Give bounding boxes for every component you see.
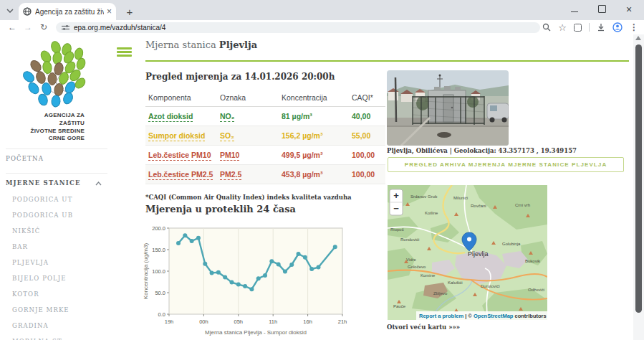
svg-text:Mjerna stanica Pljevlja - Sump: Mjerna stanica Pljevlja - Sumpor dioksid <box>205 329 307 336</box>
svg-text:Golubinja: Golubinja <box>502 242 521 246</box>
open-larger-map-link[interactable]: Otvori veću kartu »»» <box>387 324 460 331</box>
svg-text:Bukovik: Bukovik <box>525 259 541 263</box>
new-tab-button[interactable]: + <box>122 4 138 19</box>
browser-tab[interactable]: Agencija za zaštitu životne sred × <box>19 3 116 20</box>
osm-link[interactable]: OpenStreetMap <box>474 313 514 319</box>
maximize-button[interactable] <box>597 5 607 14</box>
sidebar-item-pljevlja[interactable]: PLJEVLJA <box>0 255 115 270</box>
col-koncentracija: Koncentracija <box>279 90 349 107</box>
site-settings-icon[interactable] <box>62 24 69 31</box>
sidebar-item-mobilna-st[interactable]: MOBILNA ST. <box>0 334 115 340</box>
tab-strip: Agencija za zaštitu životne sred × + × <box>0 0 644 20</box>
toolbar-divider <box>589 23 590 32</box>
toolbar-actions: ☆ ⋮ <box>542 20 638 34</box>
sidebar-item-gradina[interactable]: GRADINA <box>0 318 115 334</box>
svg-text:0.0: 0.0 <box>158 311 165 318</box>
url-bar[interactable]: epa.org.me/vazduh/stanica/4 <box>56 22 540 33</box>
table-row: Leb.čestice PM2.5 PM2.5 453,8 µg/m³ 100,… <box>145 165 385 184</box>
menu-hamburger-icon[interactable] <box>117 47 132 58</box>
svg-text:16h: 16h <box>303 318 312 325</box>
svg-text:11h: 11h <box>269 318 277 325</box>
tree-logo-icon <box>14 39 100 108</box>
tab-groups-icon[interactable] <box>574 24 582 32</box>
report-problem-link[interactable]: Report a problem <box>419 313 463 319</box>
tab-title: Agencija za zaštitu životne sred <box>35 8 104 16</box>
component-name[interactable]: Azot dioksid <box>148 112 193 122</box>
component-symbol[interactable]: NO₂ <box>220 112 234 122</box>
profile-avatar[interactable] <box>612 22 623 32</box>
svg-text:50.0: 50.0 <box>155 290 165 296</box>
svg-text:Odžovići: Odžovići <box>528 288 544 292</box>
sidebar-item-bijelo-polje[interactable]: BIJELO POLJE <box>0 270 115 286</box>
svg-text:Zbljevo: Zbljevo <box>433 291 448 296</box>
sidebar-item-podgorica-ub[interactable]: PODGORICA UB <box>0 207 115 223</box>
concentration-value: 499,5 µg/m³ <box>279 146 349 165</box>
map-zoom-out-button[interactable]: − <box>393 203 399 214</box>
map-zoom-in-button[interactable]: + <box>393 190 399 201</box>
scrollbar-up-arrow-icon[interactable] <box>635 36 641 40</box>
scrollbar-thumb[interactable] <box>635 44 642 313</box>
page-scrollbar[interactable] <box>633 34 644 340</box>
component-symbol[interactable]: SO₂ <box>220 131 234 141</box>
window-controls: × <box>569 0 640 19</box>
sidebar-item-bar[interactable]: BAR <box>0 239 115 255</box>
svg-text:00h: 00h <box>199 318 208 325</box>
sidebar-item-gornje-mrke[interactable]: GORNJE MRKE <box>0 302 115 318</box>
sidebar-item-niksic[interactable]: NIKŠIĆ <box>0 223 115 239</box>
agency-logo[interactable]: AGENCIJA ZA ZAŠTITU ŽIVOTNE SREDINE CRNE… <box>0 34 115 143</box>
map-city-label: Pljevlja <box>468 250 489 258</box>
svg-text:150.0: 150.0 <box>152 247 165 253</box>
sidebar-item-kotor[interactable]: KOTOR <box>0 286 115 302</box>
col-caqi: CAQI* <box>349 90 385 107</box>
url-text[interactable]: epa.org.me/vazduh/stanica/4 <box>74 24 165 32</box>
minimize-button[interactable] <box>569 5 580 14</box>
sidebar: AGENCIJA ZA ZAŠTITU ŽIVOTNE SREDINE CRNE… <box>0 34 115 340</box>
sidebar-item-pocetna[interactable]: POČETNA <box>0 149 115 167</box>
measurement-table: Komponenta Oznaka Koncentracija CAQI* Az… <box>145 90 385 184</box>
svg-text:Koncentracija (ug/m3): Koncentracija (ug/m3) <box>143 243 149 300</box>
table-row: Leb.čestice PM10 PM10 499,5 µg/m³ 100,00 <box>145 146 385 165</box>
component-symbol[interactable]: PM10 <box>220 151 239 161</box>
svg-text:Vidre: Vidre <box>406 258 417 262</box>
svg-text:Rovčani: Rovčani <box>471 204 486 208</box>
tab-close-icon[interactable]: × <box>107 7 112 16</box>
col-komponenta: Komponenta <box>145 90 217 107</box>
close-window-button[interactable]: × <box>624 4 634 15</box>
tab-list-chevron-icon[interactable] <box>4 5 16 16</box>
concentration-value: 453,8 µg/m³ <box>279 165 349 184</box>
table-row: Azot dioksid NO₂ 81 µg/m³ 40,00 <box>145 107 385 126</box>
svg-text:Durutovići: Durutovići <box>481 284 500 288</box>
svg-text:Goločevo: Goločevo <box>408 265 426 269</box>
table-row: Sumpor dioksid SO₂ 156,2 µg/m³ 55,00 <box>145 126 385 146</box>
globe-favicon-icon <box>23 7 32 16</box>
browser-menu-icon[interactable]: ⋮ <box>630 22 638 32</box>
svg-text:05h: 05h <box>234 318 244 325</box>
page-title: Mjerna stanica Pljevlja <box>145 39 257 50</box>
forward-button[interactable]: → <box>20 22 36 32</box>
zoom-icon[interactable] <box>542 23 551 32</box>
page-content: AGENCIJA ZA ZAŠTITU ŽIVOTNE SREDINE CRNE… <box>0 34 633 340</box>
download-icon[interactable] <box>597 23 605 32</box>
svg-text:200.0: 200.0 <box>152 225 165 232</box>
line-chart: 19h00h05h11h16h21h0.050.0100.0150.0200.0… <box>140 222 355 340</box>
table-header-row: Komponenta Oznaka Koncentracija CAQI* <box>145 90 385 107</box>
photo-caption: Pljevlja, Obilićeva | Geolokacija: 43.35… <box>387 147 577 154</box>
measurement-heading: Pregled mjerenja za 14.01.2026 20:00h <box>145 72 335 82</box>
back-button[interactable]: ← <box>4 22 20 32</box>
sidebar-item-mjerne-stanice[interactable]: MJERNE STANICE <box>0 174 115 192</box>
component-name[interactable]: Leb.čestice PM10 <box>148 151 211 161</box>
component-name[interactable]: Sumpor dioksid <box>148 131 205 141</box>
caqi-value: 100,00 <box>349 146 385 165</box>
sidebar-item-podgorica-ut[interactable]: PODGORICA UT <box>0 192 115 207</box>
svg-text:Komine: Komine <box>420 273 436 278</box>
svg-text:Rondovići: Rondovići <box>400 237 419 242</box>
bookmark-star-icon[interactable]: ☆ <box>558 22 567 33</box>
svg-text:Riopoč: Riopoč <box>390 227 404 232</box>
component-symbol[interactable]: PM2.5 <box>220 170 241 180</box>
svg-text:Crni vrh: Crni vrh <box>515 203 530 207</box>
svg-text:Pauče: Pauče <box>393 304 406 308</box>
component-name[interactable]: Leb.čestice PM2.5 <box>148 170 213 180</box>
reload-button[interactable]: ↻ <box>36 22 52 32</box>
archive-button[interactable]: PREGLED ARHIVA MJERENJA MJERNE STANICE P… <box>388 157 624 172</box>
map[interactable]: Srdanov Grob Milunići Rovčani Crni vrh K… <box>388 185 547 320</box>
